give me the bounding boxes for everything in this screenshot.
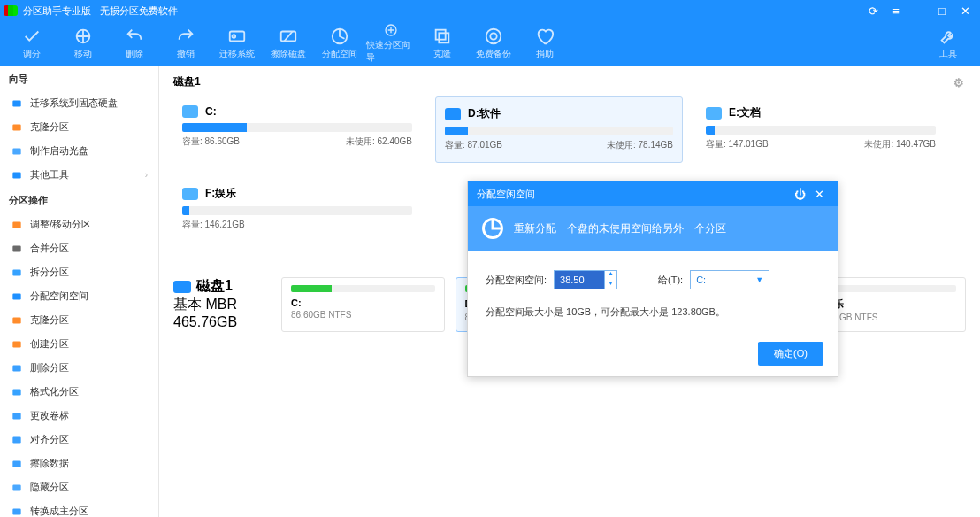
svg-point-2 xyxy=(233,35,236,38)
allocate-dialog: 分配空闲空间 ⏻ ✕ 重新分配一个盘的未使用空间给另外一个分区 分配空闲空间: … xyxy=(467,181,838,377)
sidebar-item-label: 克隆分区 xyxy=(30,313,69,327)
tool-apply[interactable]: 调分 xyxy=(7,23,57,64)
sidebar-item[interactable]: 迁移系统到固态硬盘 xyxy=(0,91,158,115)
tool-tools[interactable]: 工具 xyxy=(923,23,973,64)
dialog-banner-text: 重新分配一个盘的未使用空间给另外一个分区 xyxy=(514,221,726,236)
sidebar-item[interactable]: 更改卷标 xyxy=(0,404,158,428)
spin-down-icon[interactable]: ▼ xyxy=(605,280,616,289)
svg-rect-23 xyxy=(12,436,20,443)
disk-icon xyxy=(11,97,23,110)
chevron-down-icon: ▼ xyxy=(755,275,763,284)
split-icon xyxy=(11,266,23,279)
extfs-icon xyxy=(11,458,23,470)
ok-button[interactable]: 确定(O) xyxy=(758,342,823,366)
dialog-close-icon[interactable]: ✕ xyxy=(809,188,829,201)
sidebar-item-label: 删除分区 xyxy=(30,361,69,374)
app-title: 分区助手专业版 - 无损分区免费软件 xyxy=(23,4,861,18)
wand-icon xyxy=(11,121,23,134)
menu-icon[interactable]: ≡ xyxy=(884,0,907,21)
dialog-hint: 分配空间最大小是 10GB，可分配最大小是 123.80GB。 xyxy=(486,305,820,319)
tool-move[interactable]: 移动 xyxy=(58,23,108,64)
bottom-partition[interactable]: C: 86.60GB NTFS xyxy=(281,277,445,332)
tool-wizard[interactable]: 快速分区向导 xyxy=(366,23,416,64)
partition-name: C: xyxy=(205,105,217,118)
sidebar-item-label: 更改卷标 xyxy=(30,409,69,422)
sidebar-item-label: 擦除数据 xyxy=(30,457,69,470)
tool-redo[interactable]: 撤销 xyxy=(161,23,211,64)
svg-rect-20 xyxy=(12,365,20,371)
alloc-icon xyxy=(11,290,23,303)
sidebar-item[interactable]: 格式化分区 xyxy=(0,380,158,404)
sidebar-item-label: 克隆分区 xyxy=(30,120,69,134)
partition-card[interactable]: C: 容量: 86.60GB未使用: 62.40GB xyxy=(173,96,421,163)
toolbar: 调分 移动 删除 撤销 迁移系统 擦除磁盘 分配空间 快速分区向导 克隆 免费备… xyxy=(0,21,980,66)
size-spinner[interactable]: ▲▼ xyxy=(554,270,617,289)
svg-rect-14 xyxy=(12,221,20,228)
partition-card[interactable]: E:文档 容量: 147.01GB未使用: 140.47GB xyxy=(697,96,945,163)
svg-rect-11 xyxy=(12,124,20,130)
fmt-icon xyxy=(11,386,23,398)
refresh-icon[interactable]: ⟳ xyxy=(861,0,884,21)
tool-alloc[interactable]: 分配空间 xyxy=(315,23,364,64)
target-select[interactable]: C:▼ xyxy=(690,270,769,289)
sidebar-item[interactable]: 分配空闲空间 xyxy=(0,284,158,308)
dialog-help-icon[interactable]: ⏻ xyxy=(790,188,809,201)
sidebar-item-label: 对齐分区 xyxy=(30,433,69,446)
sidebar-item[interactable]: 其他工具 › xyxy=(0,163,158,187)
svg-point-8 xyxy=(486,29,501,44)
sidebar-item[interactable]: 克隆分区 xyxy=(0,308,158,332)
sidebar-item[interactable]: 调整/移动分区 xyxy=(0,212,158,236)
sidebar-item-label: 合并分区 xyxy=(30,242,69,255)
sidebar-heading-wizard: 向导 xyxy=(0,66,158,91)
sidebar-item[interactable]: 克隆分区 xyxy=(0,115,158,139)
disk-label: 磁盘1 xyxy=(173,74,201,89)
align-icon xyxy=(11,434,23,446)
svg-point-9 xyxy=(490,33,496,39)
settings-icon[interactable]: ⚙ xyxy=(953,76,966,89)
svg-rect-12 xyxy=(12,148,20,154)
tool-migrate[interactable]: 迁移系统 xyxy=(212,23,262,64)
minimize-icon[interactable]: — xyxy=(907,0,930,21)
tool-clone[interactable]: 克隆 xyxy=(417,23,467,64)
svg-rect-26 xyxy=(12,508,20,514)
tool-donate[interactable]: 捐助 xyxy=(520,23,570,64)
pie-icon xyxy=(480,216,505,241)
tool-undo[interactable]: 删除 xyxy=(110,23,159,64)
drive-icon xyxy=(445,108,461,120)
sidebar-item[interactable]: 拆分分区 xyxy=(0,260,158,284)
label-icon xyxy=(11,410,23,422)
create-icon xyxy=(11,338,23,351)
content: 磁盘1 ⚙ C: 容量: 86.60GB未使用: 62.40GB D:软件 容量… xyxy=(159,66,980,517)
svg-rect-24 xyxy=(12,460,20,467)
sidebar-item[interactable]: 转换成主分区 xyxy=(0,499,158,517)
partition-free: 未使用: 140.47GB xyxy=(864,138,936,150)
tool-wipe[interactable]: 擦除磁盘 xyxy=(264,23,313,64)
size-input[interactable] xyxy=(555,271,604,289)
maximize-icon[interactable]: □ xyxy=(930,0,953,21)
sidebar-item[interactable]: 隐藏分区 xyxy=(0,475,158,499)
sidebar-item[interactable]: 合并分区 xyxy=(0,236,158,260)
partition-capacity: 容量: 146.21GB xyxy=(182,219,245,231)
sidebar-item[interactable]: 删除分区 xyxy=(0,356,158,380)
sidebar-item[interactable]: 制作启动光盘 xyxy=(0,139,158,163)
spin-up-icon[interactable]: ▲ xyxy=(605,270,616,280)
chevron-right-icon: › xyxy=(145,170,148,180)
sidebar-item-label: 创建分区 xyxy=(30,337,69,351)
sidebar-item[interactable]: 创建分区 xyxy=(0,332,158,356)
sidebar: 向导 迁移系统到固态硬盘 克隆分区 制作启动光盘 其他工具 › 分区操作 调整/… xyxy=(0,66,159,517)
tool-icon xyxy=(11,169,23,181)
svg-rect-19 xyxy=(12,341,20,347)
tool-backup[interactable]: 免费备份 xyxy=(469,23,518,64)
svg-rect-25 xyxy=(12,484,20,490)
svg-rect-6 xyxy=(436,30,446,40)
close-icon[interactable]: ✕ xyxy=(953,0,976,21)
disk-summary: 磁盘1 基本 MBR 465.76GB xyxy=(173,277,271,332)
sidebar-heading-ops: 分区操作 xyxy=(0,187,158,212)
sidebar-item[interactable]: 对齐分区 xyxy=(0,428,158,451)
sidebar-item-label: 迁移系统到固态硬盘 xyxy=(30,96,118,110)
sidebar-item[interactable]: 擦除数据 xyxy=(0,451,158,475)
partition-card[interactable]: F:娱乐 容量: 146.21GB xyxy=(173,177,421,242)
partition-free: 未使用: 78.14GB xyxy=(607,139,673,151)
partition-free: 未使用: 62.40GB xyxy=(346,135,412,148)
partition-card[interactable]: D:软件 容量: 87.01GB未使用: 78.14GB xyxy=(435,96,683,163)
